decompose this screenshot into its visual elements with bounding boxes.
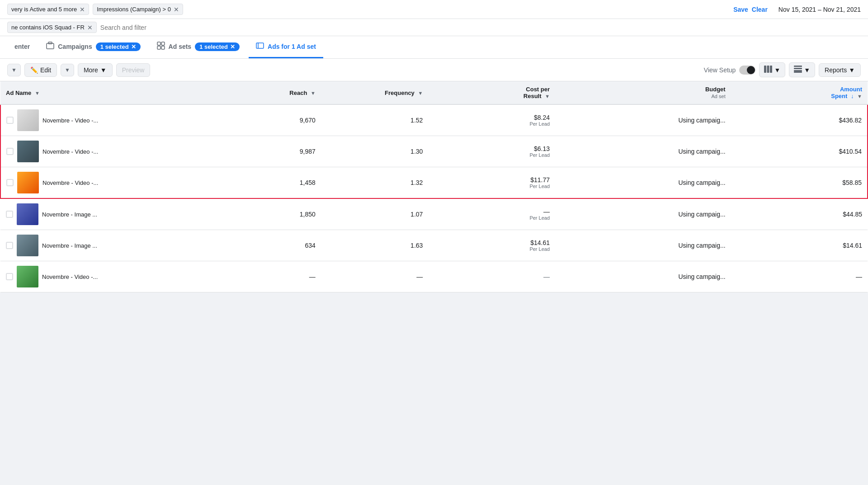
more-caret-icon: ▼ — [100, 66, 107, 74]
row-amount-spent: $58.85 — [731, 167, 868, 199]
col-cost-sort[interactable]: ▼ — [545, 94, 550, 99]
toggle-knob — [747, 66, 755, 74]
row-checkbox[interactable] — [6, 211, 13, 218]
svg-rect-14 — [794, 71, 802, 73]
search-input[interactable] — [100, 24, 861, 31]
reports-caret-icon: ▼ — [849, 66, 855, 74]
row-checkbox[interactable] — [6, 148, 14, 155]
ad-cell: Novembre - Image ... — [6, 203, 218, 225]
row-amount-spent: $14.61 — [731, 230, 868, 261]
tab-adsets[interactable]: Ad sets 1 selected ✕ — [150, 36, 247, 58]
ad-name-text: Novembre - Video -... — [42, 117, 98, 124]
ads-for-adset-label: Ads for 1 Ad set — [268, 43, 316, 50]
table-row[interactable]: Novembre - Video -... 9,6701.52$8.24Per … — [0, 104, 868, 136]
row-checkbox[interactable] — [6, 242, 13, 249]
table-row[interactable]: Novembre - Video -... 1,4581.32$11.77Per… — [0, 167, 868, 199]
row-cost-per-result: —Per Lead — [428, 198, 555, 230]
svg-rect-9 — [767, 66, 769, 73]
thumb-placeholder — [17, 141, 39, 162]
svg-rect-10 — [770, 66, 772, 73]
row-amount-spent: $44.85 — [731, 198, 868, 230]
thumb-placeholder — [17, 172, 39, 193]
adsets-selected-count: 1 selected — [199, 43, 228, 50]
row-reach: 1,458 — [223, 167, 321, 199]
columns-caret: ▼ — [774, 66, 780, 74]
svg-rect-0 — [47, 43, 54, 49]
row-reach: — — [223, 261, 321, 292]
layout-button[interactable]: ▼ — [789, 62, 815, 77]
filter-tag-3-label: ne contains iOS Squad - FR — [11, 24, 85, 31]
ad-name-text: Novembre - Image ... — [42, 242, 97, 249]
row-frequency: 1.63 — [321, 230, 429, 261]
save-button[interactable]: Save — [733, 6, 748, 13]
ad-cell: Novembre - Video -... — [6, 266, 218, 287]
clear-button[interactable]: Clear — [752, 6, 768, 13]
col-frequency-sort[interactable]: ▼ — [418, 90, 423, 96]
campaigns-badge-close[interactable]: ✕ — [131, 43, 136, 50]
col-ad-name-sort[interactable]: ▼ — [35, 90, 40, 96]
svg-rect-6 — [256, 43, 264, 48]
cost-value: $6.13 — [534, 145, 550, 152]
row-frequency: 1.30 — [321, 136, 429, 167]
filter-tag-3[interactable]: ne contains iOS Squad - FR ✕ — [7, 22, 97, 33]
row-checkbox-cell: Novembre - Video -... — [0, 167, 223, 199]
more-button[interactable]: More ▼ — [78, 63, 113, 77]
table-row[interactable]: Novembre - Video -... ———Using campaig..… — [0, 261, 868, 292]
row-checkbox[interactable] — [6, 117, 14, 124]
toolbar-caret-left[interactable]: ▼ — [7, 64, 21, 76]
edit-button[interactable]: ✏️ Edit — [24, 63, 57, 77]
row-budget: Using campaig... — [555, 136, 731, 167]
col-ad-name: Ad Name ▼ — [0, 81, 223, 104]
ads-table-container: Ad Name ▼ Reach ▼ Frequency ▼ Cost perRe… — [0, 81, 868, 292]
filter-tag-2[interactable]: Impressions (Campaign) > 0 ✕ — [93, 4, 183, 15]
col-reach-sort[interactable]: ▼ — [311, 90, 316, 96]
filter-tag-2-close[interactable]: ✕ — [174, 6, 179, 13]
row-checkbox[interactable] — [6, 273, 13, 280]
view-setup-toggle[interactable] — [739, 66, 755, 75]
col-amount-spent: AmountSpent ↓ ▼ — [731, 81, 868, 104]
ad-thumbnail — [17, 266, 38, 287]
nav-tabs-bar: enter Campaigns 1 selected ✕ Ad sets — [0, 36, 868, 59]
row-cost-per-result: $11.77Per Lead — [428, 167, 555, 199]
filter-tag-1[interactable]: very is Active and 5 more ✕ — [7, 4, 89, 15]
more-label: More — [84, 66, 98, 74]
filter-tag-3-close[interactable]: ✕ — [87, 24, 93, 31]
tab-campaigns[interactable]: Campaigns 1 selected ✕ — [39, 36, 147, 58]
col-frequency: Frequency ▼ — [321, 81, 429, 104]
svg-rect-2 — [157, 42, 160, 45]
ad-cell: Novembre - Video -... — [6, 109, 218, 131]
adsets-selected-badge[interactable]: 1 selected ✕ — [195, 42, 240, 51]
ad-thumbnail — [17, 172, 39, 193]
filter-tag-2-label: Impressions (Campaign) > 0 — [97, 6, 171, 13]
col-amount-spent-sort[interactable]: ↓ — [851, 93, 854, 99]
col-reach: Reach ▼ — [223, 81, 321, 104]
adsets-badge-close[interactable]: ✕ — [230, 43, 235, 50]
filter-tag-1-label: very is Active and 5 more — [11, 6, 77, 13]
row-checkbox[interactable] — [6, 179, 14, 186]
svg-rect-4 — [157, 46, 160, 49]
table-row[interactable]: Novembre - Image ... 6341.63$14.61Per Le… — [0, 230, 868, 261]
col-ad-name-label: Ad Name — [6, 89, 31, 96]
columns-button[interactable]: ▼ — [759, 62, 785, 77]
campaigns-selected-badge[interactable]: 1 selected ✕ — [96, 42, 141, 51]
campaigns-icon — [46, 42, 54, 52]
table-row[interactable]: Novembre - Video -... 9,9871.30$6.13Per … — [0, 136, 868, 167]
ad-name-text: Novembre - Video -... — [42, 148, 98, 155]
tab-ads-for-adset[interactable]: Ads for 1 Ad set — [249, 36, 323, 58]
preview-button[interactable]: Preview — [116, 63, 151, 77]
date-range: Nov 15, 2021 – Nov 21, 2021 — [778, 6, 861, 13]
svg-rect-5 — [161, 46, 165, 49]
sidebar-item-enter[interactable]: enter — [7, 38, 37, 57]
cost-value: $8.24 — [534, 114, 550, 121]
reports-button[interactable]: Reports ▼ — [819, 63, 861, 77]
row-cost-per-result: $14.61Per Lead — [428, 230, 555, 261]
ad-name-text: Novembre - Video -... — [42, 273, 98, 280]
row-checkbox-cell: Novembre - Image ... — [0, 230, 223, 261]
edit-caret[interactable]: ▼ — [61, 64, 74, 76]
ads-icon — [256, 42, 264, 52]
col-amount-spent-caret[interactable]: ▼ — [857, 94, 862, 99]
table-row[interactable]: Novembre - Image ... 1,8501.07—Per LeadU… — [0, 198, 868, 230]
ad-thumbnail — [17, 203, 38, 225]
filter-tag-1-close[interactable]: ✕ — [80, 6, 85, 13]
ad-thumbnail — [17, 235, 38, 256]
